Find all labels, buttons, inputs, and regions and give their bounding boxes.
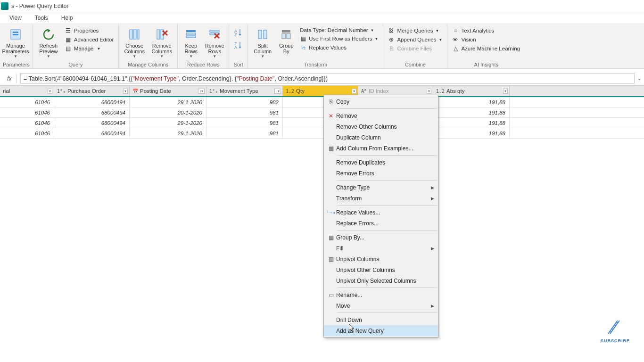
- manage-parameters-button[interactable]: Manage Parameters ▼: [3, 26, 28, 59]
- svg-rect-30: [287, 33, 290, 39]
- menu-replace-errors[interactable]: Replace Errors...: [324, 218, 438, 229]
- filter-icon[interactable]: ▾: [352, 89, 356, 94]
- filter-icon[interactable]: ▾: [427, 89, 431, 94]
- menu-duplicate-column[interactable]: Duplicate Column: [324, 132, 438, 143]
- cell[interactable]: 68000494: [54, 128, 130, 138]
- filter-icon[interactable]: ▾: [503, 89, 508, 94]
- menu-move[interactable]: Move▶: [324, 300, 438, 311]
- filter-icon[interactable]: ▾: [123, 89, 128, 94]
- menu-drill-down[interactable]: Drill Down: [324, 314, 438, 325]
- sort-filter-icon[interactable]: ↑▾: [198, 89, 205, 94]
- svg-rect-13: [186, 36, 196, 38]
- cell[interactable]: 61046: [0, 107, 54, 117]
- replace-values-button[interactable]: ½ Replace Values: [298, 44, 380, 51]
- cell[interactable]: 191,88: [433, 118, 510, 128]
- cell[interactable]: 981: [206, 107, 283, 117]
- menu-rename[interactable]: ▭Rename...: [324, 289, 438, 300]
- remove-rows-button[interactable]: Remove Rows ▼: [203, 26, 226, 59]
- cell[interactable]: 29-1-2020: [130, 97, 206, 107]
- combine-files-button[interactable]: ⎘ Combine Files: [386, 45, 444, 52]
- vision-button[interactable]: 👁 Vision: [450, 36, 522, 43]
- text-analytics-button[interactable]: ≡ Text Analytics: [450, 27, 522, 34]
- cell[interactable]: 981: [206, 128, 283, 138]
- cell[interactable]: 982: [206, 97, 283, 107]
- submenu-arrow-icon: ▶: [431, 196, 434, 201]
- menu-copy[interactable]: ⎘Copy: [324, 96, 438, 107]
- menu-unpivot-columns[interactable]: ▥Unpivot Columns: [324, 254, 438, 264]
- sort-asc-button[interactable]: AZ: [234, 28, 243, 38]
- fx-icon[interactable]: fx: [3, 75, 16, 82]
- menu-add-as-new-query[interactable]: Add as New Query: [324, 325, 438, 336]
- group-combine: ⛓ Merge Queries ▼ ⊕ Append Queries ▼ ⎘ C…: [383, 24, 447, 68]
- cell[interactable]: 29-1-2020: [130, 118, 206, 128]
- menu-remove-errors[interactable]: Remove Errors: [324, 168, 438, 179]
- append-icon: ⊕: [388, 36, 395, 43]
- keep-rows-button[interactable]: Keep Rows ▼: [181, 26, 201, 59]
- data-type-dropdown[interactable]: Data Type: Decimal Number ▼: [298, 27, 380, 33]
- column-header-abs-qty[interactable]: 1.2 Abs qty ▾: [433, 86, 510, 96]
- svg-rect-7: [157, 30, 160, 39]
- menu-tools[interactable]: Tools: [35, 15, 48, 21]
- text-type-icon: Aᴮ: [361, 89, 367, 94]
- cell[interactable]: 68000494: [54, 97, 130, 107]
- choose-columns-button[interactable]: Choose Columns ▼: [122, 26, 147, 59]
- cell[interactable]: 20-1-2020: [130, 107, 206, 117]
- table-row[interactable]: 610466800049429-1-2020982191,88: [0, 97, 644, 107]
- column-header-movement-type[interactable]: 1²₃ Movement Type ↓▾: [206, 86, 283, 96]
- menu-unpivot-other-columns[interactable]: Unpivot Other Columns: [324, 264, 438, 275]
- azure-ml-button[interactable]: △ Azure Machine Learning: [450, 45, 522, 52]
- menu-transform[interactable]: Transform▶: [324, 193, 438, 204]
- append-queries-button[interactable]: ⊕ Append Queries ▼: [386, 36, 444, 43]
- decimal-type-icon: 1.2: [436, 89, 445, 94]
- cell[interactable]: 29-1-2020: [130, 128, 206, 138]
- menu-group-by[interactable]: ▦Group By...: [324, 232, 438, 243]
- table-row[interactable]: 610466800049420-1-2020981191,88: [0, 107, 644, 118]
- menu-add-column-from-examples[interactable]: ▦Add Column From Examples...: [324, 143, 438, 154]
- cell[interactable]: 191,88: [433, 128, 510, 138]
- menu-change-type[interactable]: Change Type▶: [324, 182, 438, 193]
- sort-filter-icon[interactable]: ↓▾: [274, 89, 281, 94]
- refresh-icon: [41, 27, 56, 42]
- grid-body: 610466800049429-1-2020982191,88610466800…: [0, 97, 644, 139]
- menu-help[interactable]: Help: [61, 15, 73, 21]
- table-row[interactable]: 610466800049429-1-2020981191,88: [0, 118, 644, 128]
- cell[interactable]: 981: [206, 118, 283, 128]
- group-by-button[interactable]: Group By: [276, 26, 296, 55]
- menu-remove-duplicates[interactable]: Remove Duplicates: [324, 157, 438, 168]
- menu-remove[interactable]: ✕Remove: [324, 110, 438, 121]
- formula-input[interactable]: = Table.Sort(#"68000494-61046_191,1",{{"…: [20, 73, 635, 84]
- cell[interactable]: 61046: [0, 118, 54, 128]
- menu-unpivot-selected-columns[interactable]: Unpivot Only Selected Columns: [324, 275, 438, 286]
- first-row-headers-button[interactable]: ▦ Use First Row as Headers ▼: [298, 35, 380, 42]
- menu-fill[interactable]: Fill▶: [324, 243, 438, 254]
- column-header-posting-date[interactable]: 📅 Posting Date ↑▾: [130, 86, 206, 96]
- refresh-preview-button[interactable]: Refresh Preview ▼: [36, 26, 61, 59]
- cell[interactable]: 191,88: [433, 107, 510, 117]
- menu-view[interactable]: View: [9, 15, 22, 21]
- cell[interactable]: 61046: [0, 97, 54, 107]
- column-header-material[interactable]: rial ▾: [0, 86, 54, 96]
- cell[interactable]: 68000494: [54, 118, 130, 128]
- svg-rect-28: [282, 30, 290, 33]
- expand-formula-icon[interactable]: ⌄: [637, 76, 641, 81]
- merge-queries-button[interactable]: ⛓ Merge Queries ▼: [386, 27, 444, 34]
- cell[interactable]: 61046: [0, 128, 54, 138]
- advanced-editor-button[interactable]: ▦ Advanced Editor: [63, 36, 116, 43]
- group-reduce-rows: Keep Rows ▼ Remove Rows ▼ Reduce Rows: [178, 24, 229, 68]
- menu-remove-other-columns[interactable]: Remove Other Columns: [324, 121, 438, 132]
- menu-replace-values[interactable]: ¹→₂Replace Values...: [324, 207, 438, 218]
- cell[interactable]: 68000494: [54, 107, 130, 117]
- column-header-purchase-order[interactable]: 1²₃ Purchase Order ▾: [54, 86, 130, 96]
- svg-rect-29: [282, 33, 286, 39]
- manage-button[interactable]: ▤ Manage ▼: [63, 45, 116, 52]
- properties-button[interactable]: ☰ Properties: [63, 27, 116, 34]
- split-column-button[interactable]: Split Column ▼: [251, 26, 274, 59]
- title-text: s - Power Query Editor: [11, 3, 68, 9]
- svg-marker-25: [239, 47, 241, 49]
- sort-desc-button[interactable]: ZA: [234, 41, 243, 50]
- filter-icon[interactable]: ▾: [48, 89, 52, 94]
- svg-rect-11: [186, 30, 196, 32]
- table-row[interactable]: 610466800049429-1-2020981191,88: [0, 128, 644, 139]
- cell[interactable]: 191,88: [433, 97, 510, 107]
- remove-columns-button[interactable]: Remove Columns ▼: [149, 26, 174, 59]
